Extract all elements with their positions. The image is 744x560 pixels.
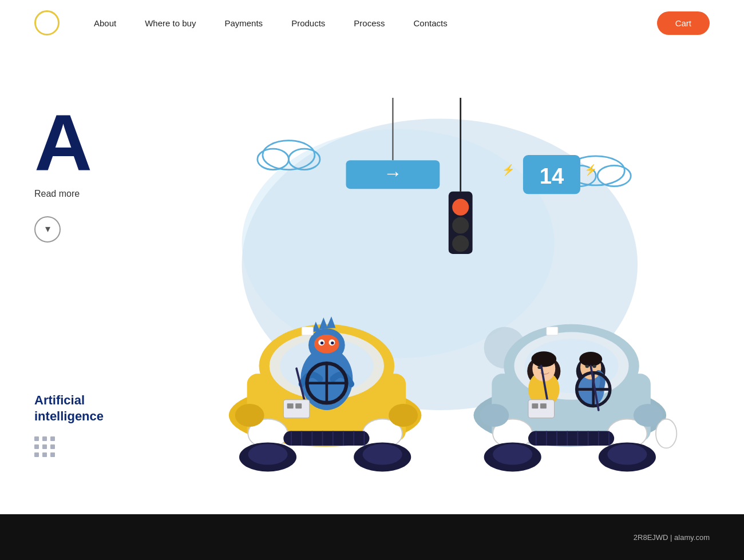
svg-point-14 [452, 217, 469, 233]
footer-bar: 2R8EJWD | alamy.com [0, 514, 744, 560]
svg-rect-38 [283, 400, 310, 418]
svg-point-7 [597, 165, 631, 186]
main-illustration: → 14 ⚡ ⚡ [0, 46, 744, 514]
svg-point-55 [363, 444, 402, 464]
svg-point-30 [320, 341, 323, 344]
svg-rect-80 [540, 403, 547, 408]
nav-about[interactable]: About [94, 18, 116, 28]
svg-point-13 [452, 199, 469, 216]
svg-rect-78 [528, 400, 555, 418]
svg-rect-100 [547, 327, 558, 335]
svg-point-56 [235, 404, 264, 427]
nav-contacts[interactable]: Contacts [414, 18, 448, 28]
svg-rect-79 [532, 403, 538, 408]
nav-products[interactable]: Products [291, 18, 325, 28]
svg-point-97 [480, 404, 509, 427]
svg-rect-40 [295, 403, 302, 408]
svg-point-54 [248, 444, 287, 464]
cart-button[interactable]: Cart [657, 11, 710, 35]
logo[interactable] [34, 10, 60, 35]
svg-point-73 [585, 365, 589, 368]
svg-text:→: → [383, 162, 402, 184]
svg-rect-84 [528, 431, 614, 445]
svg-point-95 [493, 444, 532, 464]
illustration-svg: → 14 ⚡ ⚡ [0, 46, 744, 514]
svg-point-57 [389, 404, 418, 427]
nav-process[interactable]: Process [354, 18, 385, 28]
nav-where-to-buy[interactable]: Where to buy [145, 18, 196, 28]
svg-point-96 [607, 444, 647, 464]
svg-point-31 [331, 341, 334, 344]
svg-rect-39 [287, 403, 294, 408]
watermark-text: 2R8EJWD | alamy.com [634, 533, 710, 542]
svg-point-98 [634, 404, 663, 427]
header: About Where to buy Payments Products Pro… [0, 0, 744, 46]
svg-text:⚡: ⚡ [584, 164, 597, 176]
svg-point-74 [592, 365, 596, 368]
svg-point-72 [579, 352, 602, 366]
svg-text:14: 14 [540, 164, 564, 188]
main-nav: About Where to buy Payments Products Pro… [94, 18, 657, 28]
svg-point-15 [452, 235, 469, 252]
nav-payments[interactable]: Payments [224, 18, 263, 28]
svg-point-27 [314, 335, 339, 354]
svg-point-83 [656, 419, 676, 448]
svg-rect-43 [283, 431, 369, 445]
svg-rect-99 [302, 327, 313, 335]
svg-text:⚡: ⚡ [502, 164, 515, 176]
